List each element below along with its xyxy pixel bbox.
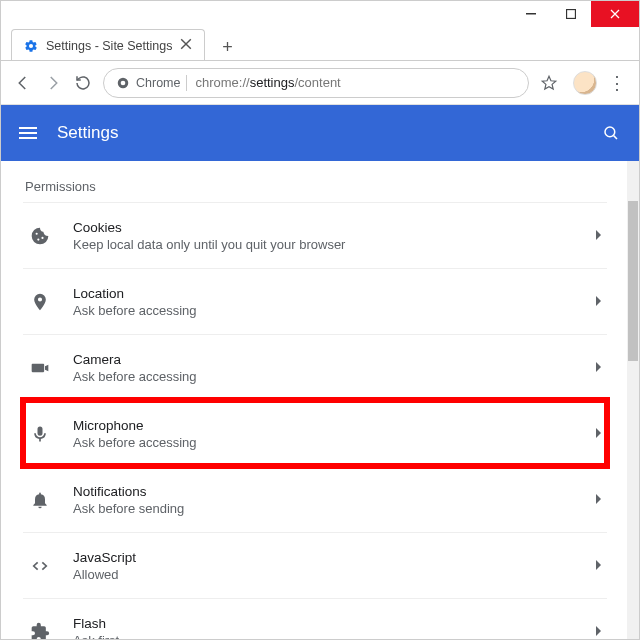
forward-button[interactable]: [43, 73, 63, 93]
row-title: JavaScript: [73, 550, 573, 565]
browser-tab-active[interactable]: Settings - Site Settings: [11, 29, 205, 61]
search-icon[interactable]: [601, 123, 621, 143]
row-title: Notifications: [73, 484, 573, 499]
row-subtitle: Ask before accessing: [73, 369, 573, 384]
camera-icon: [29, 357, 51, 379]
scrollbar-thumb[interactable]: [628, 201, 638, 361]
chrome-chip: Chrome: [116, 75, 187, 91]
row-subtitle: Ask before sending: [73, 501, 573, 516]
chrome-icon: [116, 76, 130, 90]
microphone-icon: [29, 423, 51, 445]
row-title: Flash: [73, 616, 573, 631]
row-title: Cookies: [73, 220, 573, 235]
content-scroll-area: Permissions Cookies Keep local data only…: [1, 161, 639, 639]
cookie-icon: [29, 225, 51, 247]
row-notifications[interactable]: Notifications Ask before sending: [23, 466, 607, 532]
chevron-right-icon: [595, 557, 603, 575]
chevron-right-icon: [595, 425, 603, 443]
svg-point-4: [605, 127, 615, 137]
gear-icon: [24, 39, 38, 53]
address-bar[interactable]: Chrome chrome://settings/content: [103, 68, 529, 98]
reload-button[interactable]: [73, 73, 93, 93]
url-text: chrome://settings/content: [195, 75, 340, 90]
bookmark-star-icon[interactable]: [539, 73, 559, 93]
divider: [186, 75, 187, 91]
chevron-right-icon: [595, 359, 603, 377]
row-camera[interactable]: Camera Ask before accessing: [23, 334, 607, 400]
chevron-right-icon: [595, 293, 603, 311]
row-subtitle: Ask first: [73, 633, 573, 640]
svg-rect-1: [567, 10, 576, 19]
row-title: Location: [73, 286, 573, 301]
chevron-right-icon: [595, 623, 603, 640]
window-titlebar: [1, 1, 639, 27]
row-subtitle: Allowed: [73, 567, 573, 582]
row-javascript[interactable]: JavaScript Allowed: [23, 532, 607, 598]
window-minimize-button[interactable]: [511, 1, 551, 27]
browser-toolbar: Chrome chrome://settings/content ⋮: [1, 61, 639, 105]
chevron-right-icon: [595, 491, 603, 509]
row-subtitle: Ask before accessing: [73, 435, 573, 450]
scrollbar-track[interactable]: [627, 161, 639, 639]
tab-title: Settings - Site Settings: [46, 39, 172, 53]
code-icon: [29, 555, 51, 577]
browser-tab-strip: Settings - Site Settings +: [1, 27, 639, 61]
window-close-button[interactable]: [591, 1, 639, 27]
row-title: Camera: [73, 352, 573, 367]
location-icon: [29, 291, 51, 313]
chevron-right-icon: [595, 227, 603, 245]
window-maximize-button[interactable]: [551, 1, 591, 27]
puzzle-icon: [29, 621, 51, 640]
chrome-chip-label: Chrome: [136, 76, 180, 90]
row-title: Microphone: [73, 418, 573, 433]
back-button[interactable]: [13, 73, 33, 93]
row-subtitle: Ask before accessing: [73, 303, 573, 318]
row-flash[interactable]: Flash Ask first: [23, 598, 607, 639]
tab-close-icon[interactable]: [180, 38, 192, 53]
row-subtitle: Keep local data only until you quit your…: [73, 237, 573, 252]
row-cookies[interactable]: Cookies Keep local data only until you q…: [23, 202, 607, 268]
row-microphone[interactable]: Microphone Ask before accessing: [23, 400, 607, 466]
kebab-menu-icon[interactable]: ⋮: [607, 73, 627, 93]
new-tab-button[interactable]: +: [213, 33, 241, 61]
profile-avatar[interactable]: [573, 71, 597, 95]
bell-icon: [29, 489, 51, 511]
row-location[interactable]: Location Ask before accessing: [23, 268, 607, 334]
settings-content: Permissions Cookies Keep local data only…: [1, 161, 627, 639]
svg-point-3: [121, 80, 126, 85]
page-title: Settings: [57, 123, 581, 143]
hamburger-menu-icon[interactable]: [19, 127, 37, 139]
section-heading: Permissions: [23, 161, 607, 202]
settings-app-header: Settings: [1, 105, 639, 161]
svg-rect-0: [526, 13, 536, 15]
